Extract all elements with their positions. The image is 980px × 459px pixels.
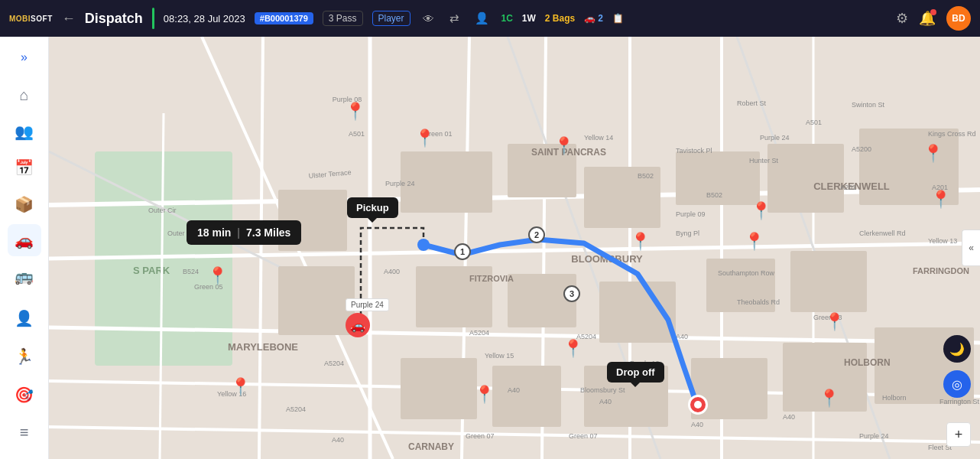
stat-bags: 2 Bags [545, 13, 575, 24]
sidebar: » ⌂ 👥 📅 📦 🚗 🚌 👤 🏃 🎯 ≡ [0, 37, 49, 459]
map-pin-yellow-cl: 📍 [930, 190, 951, 210]
map-pin-purple09: 📍 [751, 201, 771, 221]
svg-point-97 [417, 239, 430, 251]
route-step-1: 1 [454, 243, 471, 260]
svg-text:A40: A40 [599, 398, 612, 405]
zoom-in-button[interactable]: + [946, 422, 971, 447]
svg-text:HOLBORN: HOLBORN [844, 357, 891, 368]
map-pin-yellow13: 📍 [923, 144, 943, 164]
svg-text:Outer Cir: Outer Cir [148, 207, 177, 214]
map-pin-green01: 📍 [414, 129, 435, 148]
pass-count-tag: 3 Pass [323, 11, 363, 26]
sidebar-expand-button[interactable]: » [16, 46, 32, 69]
sidebar-item-wheel[interactable]: 🎯 [8, 378, 41, 412]
svg-rect-31 [278, 266, 355, 335]
map-container[interactable]: S PARK [49, 37, 980, 459]
svg-text:B524: B524 [183, 268, 199, 275]
header-actions: ⚙ 🔔 BD [896, 6, 971, 31]
right-panel-collapse[interactable]: « [962, 230, 980, 266]
svg-text:B502: B502 [638, 172, 654, 180]
booking-id-badge[interactable]: #B00001379 [255, 12, 313, 24]
svg-text:Holborn: Holborn [882, 394, 907, 402]
svg-text:FARRINGDON: FARRINGDON [913, 266, 969, 275]
transfer-icon[interactable]: ⇄ [446, 10, 462, 27]
route-step-2: 2 [528, 226, 545, 243]
sidebar-item-calendar[interactable]: 📅 [8, 152, 41, 184]
svg-text:S PARK: S PARK [133, 265, 170, 276]
svg-rect-33 [401, 358, 477, 419]
map-pin-b502: 📍 [630, 232, 651, 252]
map-pin-green05: 📍 [207, 266, 228, 286]
svg-text:A40: A40 [676, 333, 688, 340]
sidebar-item-team[interactable]: 👥 [8, 116, 41, 147]
route-step-3: 3 [563, 285, 580, 302]
svg-text:Purple 24: Purple 24 [859, 432, 889, 440]
svg-text:Bloomsbury St: Bloomsbury St [580, 386, 625, 394]
dark-mode-button[interactable]: 🌙 [943, 335, 971, 363]
svg-text:A501: A501 [349, 130, 365, 138]
sidebar-item-activity[interactable]: 🏃 [8, 340, 41, 373]
sidebar-item-person[interactable]: 👤 [8, 301, 41, 335]
svg-text:Yellow 14: Yellow 14 [584, 134, 613, 142]
svg-text:Tavistock Pl: Tavistock Pl [676, 147, 712, 155]
svg-text:Kings Cross Rd: Kings Cross Rd [928, 130, 976, 138]
avatar[interactable]: BD [946, 6, 971, 31]
svg-text:Purple 24: Purple 24 [385, 180, 415, 187]
svg-rect-30 [790, 251, 867, 312]
svg-text:A5204: A5204 [286, 405, 306, 413]
location-button[interactable]: ◎ [943, 370, 971, 398]
sidebar-item-dispatch[interactable]: 📦 [8, 188, 41, 220]
player-tag[interactable]: Player [372, 11, 410, 26]
route-time: 18 min [197, 226, 231, 239]
svg-text:A501: A501 [806, 119, 822, 126]
svg-text:Robert St: Robert St [737, 99, 767, 107]
svg-rect-24 [767, 144, 844, 213]
svg-text:A5204: A5204 [324, 360, 344, 367]
stat-car: 🚗 2 [584, 13, 603, 24]
map-pin-yellow14: 📍 [553, 136, 574, 156]
stat-note: 📋 [612, 13, 624, 24]
sidebar-item-fleet[interactable]: 🚌 [8, 261, 41, 292]
map-pin-yellow15: 📍 [474, 385, 495, 405]
person-icon[interactable]: 👤 [472, 10, 492, 27]
svg-text:A201: A201 [840, 184, 856, 191]
map-background: S PARK [49, 37, 980, 459]
svg-text:A40: A40 [332, 436, 344, 444]
svg-text:Yellow 13: Yellow 13 [928, 237, 957, 245]
sidebar-item-home[interactable]: ⌂ [8, 80, 41, 111]
svg-text:Purple 24: Purple 24 [760, 134, 790, 142]
svg-text:Byng Pl: Byng Pl [676, 230, 699, 237]
svg-text:Swinton St: Swinton St [852, 101, 885, 109]
pickup-label: Pickup [347, 197, 398, 218]
svg-text:CARNABY: CARNABY [408, 441, 454, 452]
svg-text:Southampton Row: Southampton Row [718, 269, 775, 277]
eye-icon[interactable]: 👁 [420, 11, 437, 27]
svg-rect-34 [492, 366, 561, 427]
svg-text:Green 07: Green 07 [569, 432, 598, 440]
stat-1w: 1W [522, 13, 536, 24]
svg-text:A40: A40 [508, 386, 520, 394]
page-title: Dispatch [85, 11, 143, 27]
map-pin-yellow16: 📍 [230, 377, 251, 397]
map-pin-green07: 📍 [819, 389, 839, 409]
svg-rect-27 [508, 274, 576, 327]
bell-icon[interactable]: 🔔 [919, 10, 936, 27]
sidebar-item-settings[interactable]: ≡ [8, 416, 41, 450]
map-pin-purple12: 📍 [563, 339, 583, 359]
svg-text:FITZROVIA: FITZROVIA [469, 274, 514, 283]
dropoff-label: Drop off [607, 362, 664, 382]
car-label: Purple 24 [346, 298, 389, 311]
header-divider [152, 8, 154, 29]
svg-text:Clerkenwell Rd: Clerkenwell Rd [859, 230, 906, 237]
settings-icon[interactable]: ⚙ [896, 10, 908, 27]
map-pin-green03: 📍 [824, 312, 845, 332]
route-info-box: 18 min | 7.3 Miles [187, 220, 301, 245]
svg-text:A400: A400 [384, 268, 400, 275]
svg-text:A40: A40 [691, 421, 703, 428]
svg-text:Green 07: Green 07 [466, 432, 495, 440]
sidebar-item-vehicle[interactable]: 🚗 [8, 224, 41, 256]
svg-text:A5204: A5204 [469, 329, 489, 337]
notification-dot [930, 9, 936, 15]
svg-text:Yellow 15: Yellow 15 [485, 352, 514, 360]
back-button[interactable]: ← [62, 11, 76, 27]
